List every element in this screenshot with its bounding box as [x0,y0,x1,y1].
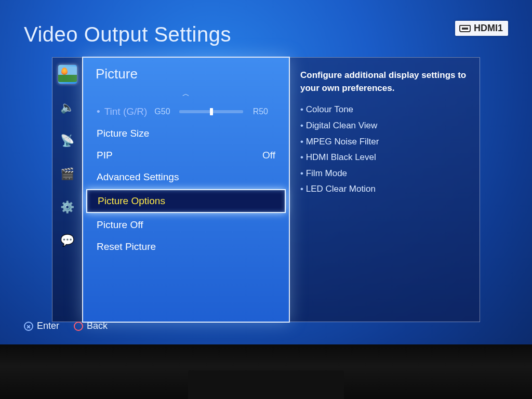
tint-slider: G50 R50 [154,107,268,116]
help-title: Configure additional display settings to… [300,69,469,95]
tv-bezel [0,344,532,399]
picture-icon[interactable] [58,65,77,84]
hint-enter-label: Enter [37,321,59,331]
menu-item-picture-size[interactable]: Picture Size [83,123,289,144]
picture-thumb-icon [58,66,77,82]
menu-item-label: PIP [97,150,113,161]
tint-left-value: G50 [154,107,174,116]
tv-stand [188,370,344,399]
input-source-badge: HDMI1 [455,21,508,36]
sound-icon[interactable]: 🔈 [58,98,77,117]
help-bullet: MPEG Noise Filter [300,134,469,150]
tint-track [179,110,243,113]
scroll-up-icon[interactable]: ︿ [83,89,289,101]
tint-knob [210,108,213,115]
help-bullet: Film Mode [300,166,469,182]
menu-item-reset-picture[interactable]: Reset Picture [83,236,289,258]
menu-item-advanced-settings[interactable]: Advanced Settings [83,166,289,188]
page-title: Video Output Settings [24,23,231,46]
menu-item-pip[interactable]: PIP Off [83,144,289,166]
menu-header: Picture [83,64,289,89]
help-bullet: HDMI Black Level [300,150,469,166]
help-bullet: LED Clear Motion [300,181,469,197]
menu-item-tint: •Tint (G/R) G50 R50 [83,101,289,123]
menu-item-value: Off [262,150,275,161]
menu-item-picture-options[interactable]: Picture Options [86,189,286,213]
help-list: Colour Tone Digital Clean View MPEG Nois… [300,102,469,197]
applications-icon[interactable]: 🎬 [58,165,77,183]
menu-item-label: Picture Off [97,219,143,231]
menu-item-picture-off[interactable]: Picture Off [83,214,289,236]
menu-item-label: Picture Size [97,128,149,139]
input-source-label: HDMI1 [474,23,503,34]
system-icon[interactable]: ⚙️ [58,198,77,217]
menu-panel: Picture ︿ •Tint (G/R) G50 R50 Picture Si… [82,57,290,323]
help-bullet: Colour Tone [300,102,469,118]
help-panel: Configure additional display settings to… [290,58,480,322]
menu-item-label: Tint (G/R) [104,106,148,117]
cross-button-icon [24,322,33,331]
menu-item-label: Picture Options [98,195,165,207]
category-rail: 🔈 📡 🎬 ⚙️ 💬 [52,58,83,322]
settings-container: 🔈 📡 🎬 ⚙️ 💬 Picture ︿ •Tint (G/R) G50 R50… [52,57,480,322]
menu-item-label: Reset Picture [97,241,156,252]
help-bullet: Digital Clean View [300,118,469,134]
tint-right-value: R50 [248,107,268,116]
hdmi-port-icon [459,25,471,32]
menu-item-label: Advanced Settings [97,171,179,183]
support-icon[interactable]: 💬 [58,231,77,250]
circle-button-icon [74,322,83,331]
hint-enter: Enter [24,321,59,331]
network-icon[interactable]: 📡 [58,131,77,150]
